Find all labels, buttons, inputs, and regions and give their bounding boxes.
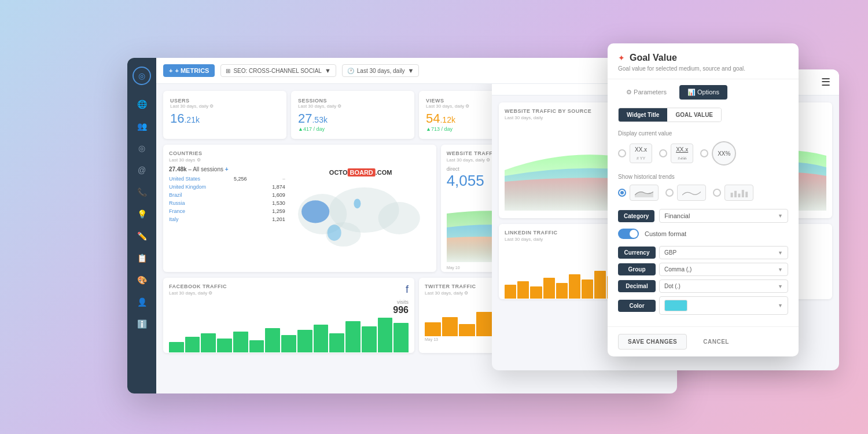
goal-title: Goal Value [630,53,677,63]
trends-section-title: Show historical trends [618,174,788,180]
stat-sessions-sublabel: Last 30 days, daily ⚙ [298,104,407,109]
svg-rect-9 [738,194,740,197]
fb-visits-label: visits [169,299,409,305]
trend-option-area[interactable] [618,185,659,201]
sidebar-icon-list[interactable]: 📋 [133,249,150,267]
octoboard-logo: OCTOBOARD.COM [329,169,392,176]
currency-value: GBP [664,249,676,256]
display-option-1[interactable]: XX.x# YY [618,141,652,165]
svg-rect-10 [742,190,744,197]
save-changes-button[interactable]: SAVE CHANGES [618,334,687,350]
add-metrics-button[interactable]: + + METRICS [163,64,215,77]
svg-rect-11 [745,192,748,197]
color-swatch [664,300,687,311]
svg-point-6 [327,225,341,241]
stat-users-sublabel: Last 30 days, daily ⚙ [170,104,279,109]
widget-tab-goal-value[interactable]: GOAL VALUE [667,108,721,122]
format-currency-row: Currency GBP ▼ [618,246,788,259]
sidebar-icon-user[interactable]: 👤 [133,293,150,311]
currency-label: Currency [618,247,656,259]
custom-format-row: Custom format [618,229,788,239]
stat-users-label: USERS [170,98,279,104]
cancel-button[interactable]: CANCEL [694,334,738,350]
facebook-icon: f [406,284,409,296]
decimal-value: Dot (.) [664,283,681,289]
trends-options [618,185,788,201]
stat-users: USERS Last 30 days, daily ⚙ 16.21k [163,91,286,139]
sidebar-icon-globe[interactable]: 🌐 [133,95,150,113]
tab-options[interactable]: 📊 Options [679,85,727,100]
radio-2[interactable] [659,149,667,157]
display-section-title: Display current value [618,130,788,137]
category-value: Financial [664,212,690,219]
trend-area-preview [630,185,659,201]
group-chevron: ▼ [778,267,783,273]
trend-option-bar[interactable] [713,185,753,201]
category-label: Category [618,210,654,222]
svg-point-4 [301,200,329,223]
sidebar-icon-users[interactable]: 👥 [133,117,150,135]
sidebar: ◎ 🌐 👥 ◎ @ 📞 💡 ✏️ 📋 🎨 👤 ℹ️ [127,58,156,393]
format-decimal-row: Decimal Dot (.) ▼ [618,279,788,293]
display-option-2[interactable]: XX.x# YY [659,141,693,165]
trend-option-line[interactable] [665,185,706,201]
goal-body: Widget Title GOAL VALUE Display current … [608,100,799,326]
metric-label: SEO: CROSS-CHANNEL SOCIAL [233,68,321,74]
fb-subtitle: Last 30 days, daily ⚙ [169,290,227,296]
date-selector[interactable]: 🕐 Last 30 days, daily ▼ [342,64,420,77]
sidebar-icon-at[interactable]: @ [133,161,150,179]
countries-subtitle: Last 30 days ⚙ [169,157,431,163]
goal-description: Goal value for selected medium, source a… [618,65,788,72]
country-row-br: Brazil1,609 [169,191,285,199]
sidebar-icon-palette[interactable]: 🎨 [133,271,150,289]
display-options: XX.x# YY XX.x# YY XX% [618,141,788,165]
group-select[interactable]: Comma (,) ▼ [659,263,788,276]
currency-select[interactable]: GBP ▼ [659,246,788,259]
display-preview-3: XX% [712,141,736,165]
sidebar-icon-phone[interactable]: 📞 [133,183,150,201]
category-select[interactable]: Financial ▼ [659,209,788,223]
decimal-select[interactable]: Dot (.) ▼ [659,279,788,293]
sidebar-logo[interactable]: ◎ [133,67,151,85]
widget-title-tabs: Widget Title GOAL VALUE [618,108,722,122]
world-map: OCTOBOARD.COM [291,166,431,261]
group-value: Comma (,) [664,266,692,273]
format-color-row: Color ▼ [618,296,788,315]
custom-format-label: Custom format [645,230,686,237]
format-group-row: Group Comma (,) ▼ [618,263,788,276]
fb-title: FACEBOOK TRAFFIC [169,284,227,289]
radio-trend-3[interactable] [713,189,721,197]
svg-point-2 [378,202,420,234]
country-row-uk: United Kingdom1,874 [169,183,285,191]
display-option-3[interactable]: XX% [700,141,736,165]
sidebar-icon-info[interactable]: ℹ️ [133,315,150,333]
radio-1[interactable] [618,149,626,157]
stat-sessions: SESSIONS Last 30 days, daily ⚙ 27.53k ▲4… [291,91,414,139]
group-label: Group [618,263,656,275]
sidebar-icon-target[interactable]: ◎ [133,139,150,157]
widget-tab-title[interactable]: Widget Title [619,108,667,122]
radio-3[interactable] [700,149,708,157]
custom-format-toggle[interactable] [618,229,639,239]
plus-icon: + [169,67,172,74]
stat-users-value: 16.21k [170,111,279,126]
country-row-fr: France1,259 [169,207,285,215]
radio-trend-1[interactable] [618,189,626,197]
stat-sessions-label: SESSIONS [298,98,407,104]
country-row-ru: Russia1,530 [169,199,285,207]
decimal-label: Decimal [618,280,656,292]
tab-parameters[interactable]: ⚙ Parameters [618,85,675,100]
sidebar-icon-bulb[interactable]: 💡 [133,205,150,223]
facebook-card: FACEBOOK TRAFFIC Last 30 days, daily ⚙ f… [163,278,414,353]
countries-title: COUNTRIES [169,150,431,156]
sidebar-icon-pen[interactable]: ✏️ [133,227,150,245]
currency-chevron: ▼ [778,250,783,256]
svg-point-5 [354,198,361,208]
goal-tabs: ⚙ Parameters 📊 Options [608,79,799,100]
color-select[interactable]: ▼ [659,296,788,315]
radio-trend-2[interactable] [665,189,674,197]
trend-line-preview [677,185,706,201]
category-row: Category Financial ▼ [618,209,788,223]
total-sessions: 27.48k – All sessions + [169,166,285,172]
metric-selector[interactable]: ⊞ SEO: CROSS-CHANNEL SOCIAL ▼ [220,64,336,77]
